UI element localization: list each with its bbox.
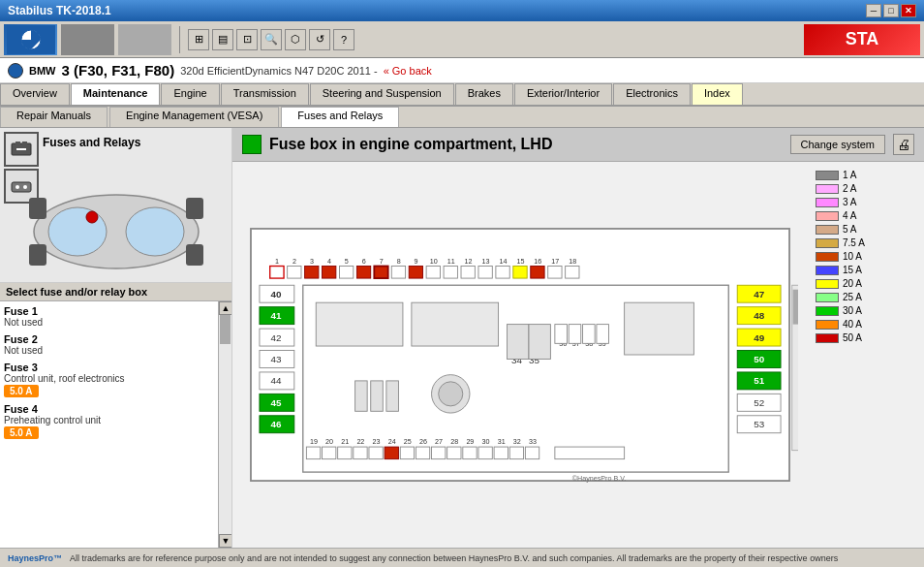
svg-rect-42 [374,267,387,279]
svg-text:51: 51 [754,375,764,386]
fuses-relays-label: Fuses and Relays [43,132,140,149]
tool-icon-6[interactable]: ↺ [309,29,330,50]
tool-icon-2[interactable]: ▤ [212,29,233,50]
svg-rect-133 [555,447,625,459]
tool-icon-4[interactable]: 🔍 [261,29,282,50]
svg-text:31: 31 [498,438,506,446]
svg-text:33: 33 [529,438,537,446]
svg-rect-39 [323,267,336,279]
svg-text:32: 32 [513,438,521,446]
svg-rect-4 [22,142,27,145]
minimize-button[interactable]: ─ [866,4,881,17]
tab-exterior[interactable]: Exterior/Interior [514,83,612,105]
go-back-link[interactable]: « Go back [384,65,432,77]
change-system-button[interactable]: Change system [790,135,885,154]
svg-text:13: 13 [482,258,490,266]
scroll-down-button[interactable]: ▼ [219,534,231,548]
brand-name: BMW [29,65,56,77]
svg-text:2: 2 [293,258,296,266]
legend-item: 3 A [816,197,916,207]
legend-color-swatch [816,306,839,316]
maximize-button[interactable]: □ [883,4,899,17]
svg-rect-121 [354,447,367,459]
subtab-fuses-relays[interactable]: Fuses and Relays [281,107,399,127]
tab-steering[interactable]: Steering and Suspension [310,83,454,105]
content-area: Fuses and Relays [0,128,924,548]
footer: HaynesPro™ All trademarks are for refere… [0,548,924,567]
fuse-2-desc: Not used [4,345,214,356]
svg-text:15: 15 [516,258,524,266]
svg-text:47: 47 [754,289,764,299]
toolbar: ⊞ ▤ ⊡ 🔍 ⬡ ↺ ? STA [0,21,924,58]
svg-point-10 [126,207,184,256]
svg-rect-44 [409,267,422,279]
svg-rect-83 [316,302,403,346]
tab-index[interactable]: Index [692,83,743,105]
svg-text:49: 49 [754,332,764,343]
scroll-track [219,315,231,534]
right-panel: Fuse box in engine compartment, LHD Chan… [232,128,924,548]
fuse-item-3: Fuse 3 Control unit, roof electronics 5.… [4,362,214,397]
legend-item: 7.5 A [816,237,916,248]
legend-item: 25 A [816,292,916,302]
legend-item: 40 A [816,319,916,330]
svg-text:45: 45 [271,397,282,408]
legend-label: 3 A [843,197,856,207]
fuse-icon-electrical [4,132,39,167]
legend-color-swatch [816,211,839,221]
legend-color-swatch [816,238,839,248]
subtab-engine-management[interactable]: Engine Management (VESA) [109,107,279,127]
tab-electronics[interactable]: Electronics [613,83,691,105]
legend-label: 5 A [843,224,856,235]
svg-rect-94 [569,325,581,344]
legend-item: 4 A [816,210,916,221]
svg-rect-101 [371,381,384,411]
legend-label: 20 A [843,278,862,289]
svg-text:10: 10 [430,258,438,266]
fuse-box-header: Fuse box in engine compartment, LHD Chan… [232,128,924,162]
scroll-thumb[interactable] [220,315,231,344]
svg-rect-136 [793,290,798,325]
legend-label: 10 A [843,251,862,262]
tool-icon-1[interactable]: ⊞ [188,29,209,50]
vehicle-desc: 320d EfficientDynamics N47 D20C 2011 - [180,65,377,77]
svg-rect-45 [426,267,440,279]
svg-rect-36 [270,267,284,279]
svg-rect-14 [29,244,46,266]
logo-3 [118,24,171,55]
svg-text:50: 50 [754,354,764,364]
tool-icon-5[interactable]: ⬡ [285,29,306,50]
tool-icon-3[interactable]: ⊡ [236,29,258,50]
svg-text:6: 6 [362,258,366,266]
subtab-repair-manuals[interactable]: Repair Manuals [0,107,108,127]
legend-color-swatch [816,252,839,262]
tab-overview[interactable]: Overview [0,83,70,105]
tab-transmission[interactable]: Transmission [221,83,309,105]
legend-label: 15 A [843,265,862,275]
svg-text:3: 3 [310,258,314,266]
scroll-up-button[interactable]: ▲ [219,301,231,315]
tab-engine[interactable]: Engine [161,83,219,105]
legend-item: 5 A [816,224,916,235]
svg-rect-102 [386,381,399,411]
fuse-box-title: Fuse box in engine compartment, LHD [269,136,552,153]
svg-rect-129 [478,447,492,459]
svg-text:40: 40 [271,289,282,299]
main-tabs: Overview Maintenance Engine Transmission… [0,83,924,107]
legend-item: 30 A [816,305,916,316]
tool-icon-7[interactable]: ? [333,29,354,50]
fuse-main-diagram: 1 2 3 4 5 6 7 8 9 10 11 12 13 14 15 16 1 [232,162,808,548]
legend-item: 1 A [816,170,916,180]
svg-rect-38 [305,267,319,279]
svg-rect-127 [447,447,461,459]
svg-rect-12 [29,198,46,219]
logo-2 [61,24,114,55]
svg-rect-123 [385,447,398,459]
tab-brakes[interactable]: Brakes [455,83,513,105]
close-button[interactable]: ✕ [901,4,916,17]
print-button[interactable]: 🖨 [893,134,914,155]
legend-label: 40 A [843,319,862,330]
tab-maintenance[interactable]: Maintenance [71,83,161,105]
svg-rect-125 [416,447,429,459]
svg-rect-84 [412,302,499,346]
